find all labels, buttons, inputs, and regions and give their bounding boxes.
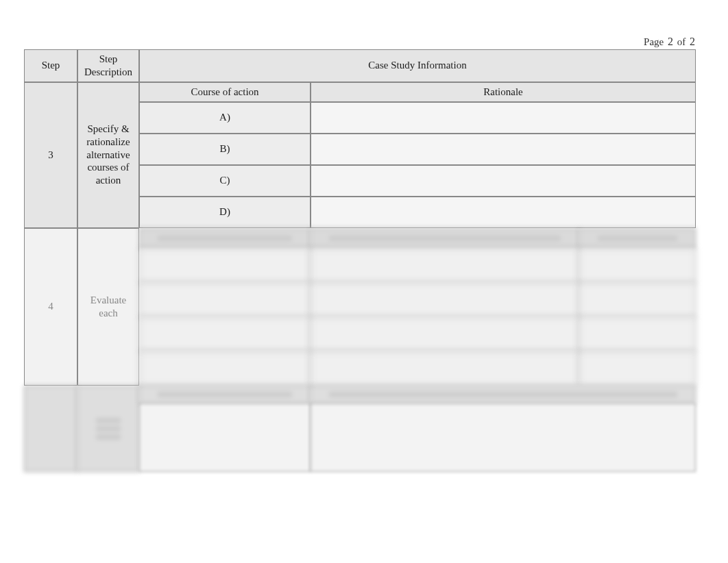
step3-d-rationale [311,197,696,228]
step3-rationale-header: Rationale [311,82,696,102]
step5-col2-header [311,386,696,403]
step4-d-c1 [139,351,311,386]
header-step: Step [24,49,77,82]
header-case-study-info: Case Study Information [139,49,696,82]
header-row: Step Step Description Case Study Informa… [24,49,696,82]
step3-a-rationale [311,102,696,134]
step4-a-c2 [311,249,579,283]
case-study-table: Step Step Description Case Study Informa… [24,49,696,472]
step3-b-rationale [311,134,696,165]
step4-b-c3 [579,283,696,317]
step3-a-label: A) [139,102,311,134]
step3-c-rationale [311,165,696,197]
step4-c-c2 [311,317,579,351]
step5-number [24,386,77,472]
page-current: 2 [668,36,673,47]
step4-b-c2 [311,283,579,317]
step4-a-c1 [139,249,311,283]
step3-subheader: 3 Specify & rationalize alternative cour… [24,82,696,102]
step4-col2-header [311,228,579,249]
page-label: Page [644,36,664,47]
step5-c2 [311,403,696,472]
step5-c1 [139,403,311,472]
step4-c-c1 [139,317,311,351]
step3-c-label: C) [139,165,311,197]
step4-a-c3 [579,249,696,283]
step3-b-label: B) [139,134,311,165]
step3-d-label: D) [139,197,311,228]
step4-number: 4 [24,228,77,386]
step3-description: Specify & rationalize alternative course… [77,82,139,228]
step4-c-c3 [579,317,696,351]
step4-col1-header [139,228,311,249]
step4-b-c1 [139,283,311,317]
step5-header [24,386,696,403]
page-total: 2 [690,36,695,47]
step4-col3-header [579,228,696,249]
step3-course-of-action-header: Course of action [139,82,311,102]
step5-description [77,386,139,472]
step5-col1-header [139,386,311,403]
step4-subheader: 4 Evaluate each [24,228,696,249]
step3-number: 3 [24,82,77,228]
page-of-label: of [677,36,686,47]
page-indicator: Page 2 of 2 [644,36,696,48]
step4-description: Evaluate each [77,228,139,386]
step4-d-c3 [579,351,696,386]
header-step-description: Step Description [77,49,139,82]
step4-d-c2 [311,351,579,386]
